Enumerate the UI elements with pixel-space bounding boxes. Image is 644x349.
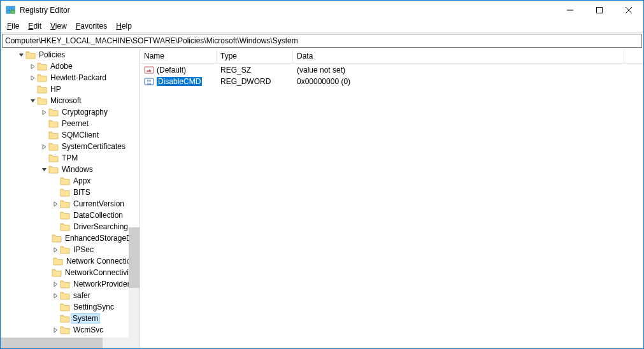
tree-node-policies[interactable]: Policies [1,49,140,61]
window-title: Registry Editor [20,6,555,15]
tree-node-label: Appx [73,176,91,185]
tree-node-label: IPSec [73,245,94,254]
tree-node-adobe[interactable]: Adobe [1,61,140,72]
expander-icon [52,189,60,197]
tree-node-label: NetworkProvider [73,280,131,288]
tree-horizontal-scrollbar[interactable] [1,338,140,348]
svg-rect-3 [11,10,15,13]
expander-icon [40,154,48,162]
svg-text:ab: ab [147,68,152,73]
value-name: DisableCMD [157,77,202,86]
tree-node-enhancedstoragedevices[interactable]: EnhancedStorageDevices [1,232,140,244]
expander-icon[interactable] [29,74,37,82]
registry-editor-window: Registry Editor File Edit View Favorites… [0,0,644,349]
expander-icon [40,131,48,139]
tree-node-datacollection[interactable]: DataCollection [1,210,140,221]
expander-icon [52,177,60,185]
tree-node-tpm[interactable]: TPM [1,152,140,164]
tree-node-ipsec[interactable]: IPSec [1,244,140,255]
content-area: PoliciesAdobeHewlett-PackardHPMicrosoftC… [1,49,643,348]
registry-tree[interactable]: PoliciesAdobeHewlett-PackardHPMicrosoftC… [1,49,140,338]
expander-icon [52,303,60,311]
tree-node-label: DataCollection [73,211,124,220]
expander-icon[interactable] [17,51,25,59]
menu-edit[interactable]: Edit [24,22,45,31]
svg-text:110: 110 [147,82,152,85]
value-data: 0x00000000 (0) [297,77,350,86]
expander-icon[interactable] [40,108,48,117]
value-row[interactable]: 011110DisableCMDREG_DWORD0x00000000 (0) [140,76,643,87]
value-row[interactable]: ab(Default)REG_SZ(value not set) [140,64,643,76]
menubar: File Edit View Favorites Help [1,20,643,32]
expander-icon[interactable] [52,246,60,254]
expander-icon[interactable] [29,97,37,105]
menu-file[interactable]: File [3,22,23,31]
tree-node-hewlett-packard[interactable]: Hewlett-Packard [1,72,140,83]
tree-node-sqmclient[interactable]: SQMClient [1,129,140,141]
values-header: Name Type Data [140,49,643,64]
tree-pane: PoliciesAdobeHewlett-PackardHPMicrosoftC… [1,49,140,348]
tree-node-label: Cryptography [61,108,108,117]
expander-icon [29,85,37,94]
svg-rect-1 [11,6,15,10]
svg-rect-2 [6,10,10,13]
tree-node-networkprovider[interactable]: NetworkProvider [1,278,140,290]
tree-node-label: Hewlett-Packard [50,73,107,82]
tree-node-hp[interactable]: HP [1,83,140,95]
address-text: Computer\HKEY_LOCAL_MACHINE\SOFTWARE\Pol… [5,36,298,45]
tree-node-label: CurrentVersion [73,199,125,208]
tree-node-systemcertificates[interactable]: SystemCertificates [1,141,140,152]
titlebar[interactable]: Registry Editor [1,1,643,20]
expander-icon [52,223,60,231]
menu-view[interactable]: View [47,22,71,31]
value-name: (Default) [157,66,186,75]
column-header-data[interactable]: Data [293,49,624,63]
tree-node-label: SQMClient [61,131,99,139]
tree-node-label: SystemCertificates [61,142,126,151]
tree-node-cryptography[interactable]: Cryptography [1,106,140,118]
maximize-button[interactable] [585,1,614,20]
expander-icon [40,120,48,128]
menu-help[interactable]: Help [112,22,136,31]
tree-node-bits[interactable]: BITS [1,187,140,198]
tree-node-label: SettingSync [73,303,115,311]
tree-node-currentversion[interactable]: CurrentVersion [1,198,140,210]
tree-node-safer[interactable]: safer [1,290,140,301]
tree-horizontal-scroll-thumb[interactable] [1,338,103,348]
tree-node-networkconnectivitystatusindicator[interactable]: NetworkConnectivityStatusIndicator [1,267,140,278]
tree-node-label: WcmSvc [73,325,104,334]
values-list-pane: Name Type Data ab(Default)REG_SZ(value n… [140,49,643,348]
values-list[interactable]: ab(Default)REG_SZ(value not set)011110Di… [140,64,643,87]
tree-node-settingsync[interactable]: SettingSync [1,301,140,313]
menu-favorites[interactable]: Favorites [72,22,111,31]
expander-icon[interactable] [52,280,60,288]
address-bar[interactable]: Computer\HKEY_LOCAL_MACHINE\SOFTWARE\Pol… [2,34,642,48]
expander-icon[interactable] [52,292,60,300]
tree-node-microsoft[interactable]: Microsoft [1,95,140,106]
tree-node-appx[interactable]: Appx [1,175,140,187]
tree-node-windows[interactable]: Windows [1,164,140,175]
tree-node-label: Adobe [50,62,73,71]
tree-vertical-scrollbar[interactable] [129,227,140,348]
tree-node-label: Peernet [61,119,89,128]
tree-node-peernet[interactable]: Peernet [1,118,140,129]
column-header-type[interactable]: Type [217,49,293,63]
value-data: (value not set) [297,66,345,75]
expander-icon[interactable] [40,166,48,174]
column-header-name[interactable]: Name [140,49,217,63]
expander-icon [52,315,60,323]
minimize-button[interactable] [555,1,585,20]
app-icon [6,5,16,15]
expander-icon[interactable] [52,200,60,208]
tree-vertical-scroll-thumb[interactable] [129,227,140,288]
tree-node-driversearching[interactable]: DriverSearching [1,221,140,232]
expander-icon[interactable] [40,143,48,151]
tree-node-label: Policies [38,50,66,59]
expander-icon[interactable] [29,62,37,71]
tree-node-network-connections[interactable]: Network Connections [1,255,140,267]
tree-node-label: TPM [61,153,78,162]
expander-icon[interactable] [52,326,60,334]
tree-node-system[interactable]: System [1,313,140,324]
tree-node-wcmsvc[interactable]: WcmSvc [1,324,140,336]
close-button[interactable] [614,1,643,20]
